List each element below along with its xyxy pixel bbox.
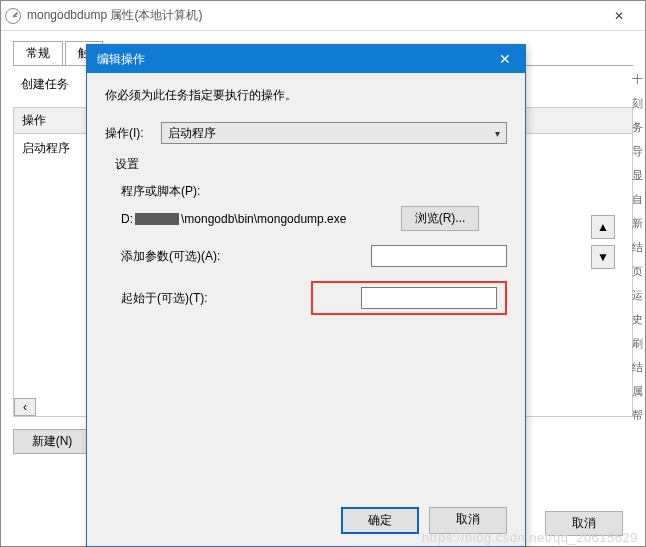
- settings-label: 设置: [115, 156, 507, 173]
- sidebar-glyph: 页: [628, 262, 646, 280]
- chevron-down-icon: ▾: [495, 128, 500, 139]
- sidebar-glyph: 新: [628, 214, 646, 232]
- tab-general[interactable]: 常规: [13, 41, 63, 65]
- script-label: 程序或脚本(P):: [121, 183, 507, 200]
- close-icon: ✕: [499, 51, 511, 67]
- sidebar-glyph: 导: [628, 142, 646, 160]
- clock-icon: [5, 8, 21, 24]
- dialog-close-button[interactable]: ✕: [485, 45, 525, 73]
- dialog-footer: 确定 取消: [105, 507, 507, 534]
- sidebar-glyph: 十: [628, 70, 646, 88]
- ok-button[interactable]: 确定: [341, 507, 419, 534]
- new-action-button[interactable]: 新建(N): [13, 429, 91, 454]
- script-path-prefix: D:: [121, 212, 133, 226]
- sidebar-glyph: 务: [628, 118, 646, 136]
- properties-title: mongodbdump 属性(本地计算机): [27, 7, 597, 24]
- startin-input[interactable]: [361, 287, 497, 309]
- close-icon: ✕: [614, 9, 624, 23]
- startin-highlight: [311, 281, 507, 315]
- sidebar-glyph: 刷: [628, 334, 646, 352]
- sidebar-glyph: 帮: [628, 406, 646, 424]
- arrow-down-icon: ▼: [597, 250, 609, 264]
- script-path-suffix: \mongodb\bin\mongodump.exe: [181, 212, 346, 226]
- dialog-instruction: 你必须为此任务指定要执行的操作。: [105, 87, 507, 104]
- settings-fieldset: 程序或脚本(P): D: \mongodb\bin\mongodump.exe …: [105, 183, 507, 329]
- right-sidebar-strip: 十 刻 务 导 显 自 新 结 页 运 史 刷 结 属 帮: [628, 70, 646, 424]
- browse-button[interactable]: 浏览(R)...: [401, 206, 479, 231]
- properties-titlebar: mongodbdump 属性(本地计算机) ✕: [1, 1, 645, 31]
- chevron-left-icon: ‹: [23, 400, 27, 414]
- action-select-value: 启动程序: [168, 125, 216, 142]
- scroll-left-button[interactable]: ‹: [14, 398, 36, 416]
- sidebar-glyph: 显: [628, 166, 646, 184]
- move-down-button[interactable]: ▼: [591, 245, 615, 269]
- sidebar-glyph: 自: [628, 190, 646, 208]
- sidebar-glyph: 史: [628, 310, 646, 328]
- dialog-title: 编辑操作: [97, 51, 145, 68]
- sidebar-glyph: 结: [628, 358, 646, 376]
- sidebar-glyph: 运: [628, 286, 646, 304]
- properties-close-button[interactable]: ✕: [597, 2, 641, 30]
- sidebar-glyph: 结: [628, 238, 646, 256]
- args-label: 添加参数(可选)(A):: [121, 248, 220, 265]
- action-label: 操作(I):: [105, 125, 161, 142]
- dialog-body: 你必须为此任务指定要执行的操作。 操作(I): 启动程序 ▾ 设置 程序或脚本(…: [87, 73, 525, 546]
- sidebar-glyph: 属: [628, 382, 646, 400]
- dialog-titlebar: 编辑操作 ✕: [87, 45, 525, 73]
- cancel-button[interactable]: 取消: [429, 507, 507, 534]
- args-input[interactable]: [371, 245, 507, 267]
- properties-cancel-button[interactable]: 取消: [545, 511, 623, 536]
- edit-action-dialog: 编辑操作 ✕ 你必须为此任务指定要执行的操作。 操作(I): 启动程序 ▾ 设置…: [86, 44, 526, 547]
- move-up-button[interactable]: ▲: [591, 215, 615, 239]
- action-select[interactable]: 启动程序 ▾: [161, 122, 507, 144]
- redacted-segment: [135, 213, 179, 225]
- arrow-up-icon: ▲: [597, 220, 609, 234]
- script-path-input[interactable]: D: \mongodb\bin\mongodump.exe: [121, 212, 389, 226]
- startin-label: 起始于(可选)(T):: [121, 290, 208, 307]
- sidebar-glyph: 刻: [628, 94, 646, 112]
